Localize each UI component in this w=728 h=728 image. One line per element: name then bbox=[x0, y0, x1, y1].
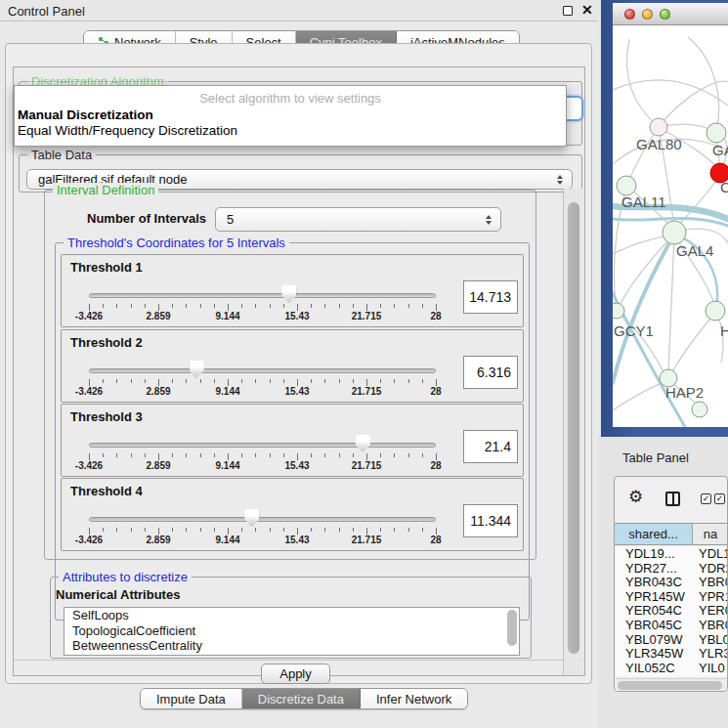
panel-scrollbar-thumb[interactable] bbox=[568, 202, 579, 654]
table-row[interactable]: YBR045CYBR0 bbox=[616, 618, 728, 632]
cyni-toolbox-panel: Discretization Algorithm Select algorith… bbox=[13, 66, 585, 676]
slider-tick-label: 21.715 bbox=[352, 311, 382, 321]
slider-tick bbox=[436, 528, 437, 535]
close-icon[interactable]: ✕ bbox=[581, 2, 593, 18]
checkbox-icon[interactable]: ✓ bbox=[701, 493, 711, 504]
list-scrollbar-thumb[interactable] bbox=[507, 610, 517, 646]
threshold-value-field[interactable]: 21.4 bbox=[463, 430, 518, 463]
slider-tick bbox=[353, 304, 354, 308]
slider-tick bbox=[283, 379, 284, 383]
slider-tick bbox=[103, 379, 104, 383]
slider-tick-label: 28 bbox=[430, 460, 441, 471]
network-node-gcy1[interactable] bbox=[613, 303, 624, 319]
table-row[interactable]: YDL19...YDL1 bbox=[616, 546, 728, 561]
network-node-label: GAL80 bbox=[636, 136, 682, 152]
table-row[interactable]: YLR345WYLR3 bbox=[616, 646, 728, 661]
slider-tick bbox=[353, 379, 354, 383]
slider-track[interactable] bbox=[89, 517, 436, 522]
threshold-panel-3: Threshold 3-3.4262.8599.14415.4321.71528… bbox=[61, 404, 524, 477]
gear-icon[interactable]: ⚙ bbox=[628, 489, 643, 505]
slider-tick bbox=[297, 379, 298, 386]
slider-tick bbox=[186, 304, 187, 308]
table-row[interactable]: YDR27...YDR2 bbox=[616, 561, 728, 576]
panel-scrollbar-track[interactable] bbox=[563, 189, 583, 675]
threshold-panel-4: Threshold 4-3.4262.8599.14415.4321.71528… bbox=[61, 478, 524, 551]
table-panel: Table Panel ⚙ ✓ ✓ shared...na YDL19...YD… bbox=[598, 437, 728, 728]
apply-button[interactable]: Apply bbox=[261, 664, 330, 684]
zoom-traffic-light-icon[interactable] bbox=[660, 9, 670, 20]
slider-tick bbox=[366, 453, 367, 460]
network-node-ga[interactable] bbox=[707, 123, 726, 143]
slider-tick bbox=[339, 304, 340, 308]
interval-definition-group-title: Interval Definition bbox=[53, 183, 158, 197]
algorithm-dropdown-popup: Select algorithm to view settings Manual… bbox=[14, 85, 567, 147]
slider-tick bbox=[131, 379, 132, 383]
slider-tick bbox=[255, 379, 256, 383]
table-column-header-2[interactable]: na bbox=[693, 524, 728, 544]
bottom-tab-infer-network[interactable]: Infer Network bbox=[361, 689, 467, 708]
network-canvas[interactable]: GAL80GACGAL11GAL4GCY1HHAP2 bbox=[613, 25, 728, 427]
network-node-label: GAL11 bbox=[621, 193, 666, 210]
slider-tick-label: 28 bbox=[430, 386, 441, 397]
bottom-tab-bar: Impute DataDiscretize DataInfer Network bbox=[140, 688, 468, 709]
threshold-value-field[interactable]: 6.316 bbox=[463, 356, 518, 389]
table-cell: YDR27... bbox=[616, 561, 690, 576]
attribute-list-item[interactable]: SelfLoops bbox=[64, 608, 519, 623]
algorithm-option-manual[interactable]: Manual Discretization bbox=[15, 107, 566, 123]
table-cell: YBR0 bbox=[690, 618, 728, 632]
threshold-panel-1: Threshold 1-3.4262.8599.14415.4321.71528… bbox=[61, 254, 524, 327]
slider-tick bbox=[145, 528, 146, 532]
number-of-intervals-value: 5 bbox=[227, 212, 234, 227]
control-panel-window: Control Panel ✕ NetworkStyleSelectCyni T… bbox=[0, 0, 598, 728]
bottom-tab-discretize-data[interactable]: Discretize Data bbox=[242, 689, 361, 708]
table-cell: YBL0 bbox=[690, 632, 728, 647]
attribute-list-item[interactable]: TopologicalCoefficient bbox=[64, 623, 519, 639]
bottom-tab-label: Discretize Data bbox=[258, 692, 344, 707]
attribute-list-item[interactable]: BetweennessCentrality bbox=[64, 638, 519, 654]
slider-tick bbox=[408, 379, 409, 383]
slider-track[interactable] bbox=[89, 443, 436, 448]
slider-tick-label: 21.715 bbox=[352, 386, 382, 397]
table-column-header-1[interactable]: shared... bbox=[615, 524, 693, 544]
table-row[interactable]: YER054CYER0 bbox=[616, 603, 728, 618]
network-node-gal80[interactable] bbox=[650, 118, 667, 136]
slider-thumb[interactable] bbox=[356, 435, 370, 452]
float-window-icon[interactable] bbox=[563, 6, 573, 16]
slider-tick bbox=[270, 453, 271, 457]
slider-tick bbox=[241, 453, 242, 457]
threshold-label: Threshold 3 bbox=[70, 409, 143, 424]
threshold-value-field[interactable]: 14.713 bbox=[463, 280, 518, 314]
slider-track[interactable] bbox=[89, 368, 436, 373]
table-row[interactable]: YIL052CYIL0 bbox=[616, 661, 728, 675]
control-panel-content: Discretization Algorithm Select algorith… bbox=[5, 43, 592, 684]
table-hscrollbar-thumb[interactable] bbox=[618, 681, 722, 690]
slider-tick bbox=[408, 453, 409, 457]
slider-thumb[interactable] bbox=[281, 285, 296, 303]
columns-icon[interactable] bbox=[665, 492, 680, 506]
slider-tick bbox=[270, 528, 271, 532]
checkbox-icon[interactable]: ✓ bbox=[714, 493, 725, 504]
algorithm-option-equal-width[interactable]: Equal Width/Frequency Discretization bbox=[15, 123, 566, 139]
bottom-tab-impute-data[interactable]: Impute Data bbox=[141, 689, 242, 708]
slider-thumb[interactable] bbox=[244, 509, 259, 527]
table-cell: YDL1 bbox=[690, 546, 728, 561]
network-node[interactable] bbox=[692, 402, 707, 417]
network-node-gal11[interactable] bbox=[617, 176, 636, 195]
slider-tick bbox=[422, 453, 423, 457]
table-hscrollbar-track[interactable] bbox=[616, 678, 728, 691]
slider-track[interactable] bbox=[89, 293, 436, 298]
slider-tick bbox=[311, 528, 312, 532]
table-row[interactable]: YPR145WYPR1 bbox=[616, 589, 728, 604]
table-row[interactable]: YBR043CYBR0 bbox=[616, 575, 728, 589]
table-row[interactable]: YBL079WYBL0 bbox=[616, 632, 728, 647]
network-node-gal4[interactable] bbox=[663, 221, 686, 244]
slider-tick bbox=[422, 304, 423, 308]
number-of-intervals-combobox[interactable]: 5 bbox=[215, 207, 501, 232]
network-node-h[interactable] bbox=[706, 301, 725, 321]
close-traffic-light-icon[interactable] bbox=[624, 9, 635, 20]
slider-tick bbox=[103, 528, 104, 532]
minimize-traffic-light-icon[interactable] bbox=[642, 9, 653, 20]
slider-thumb[interactable] bbox=[190, 361, 204, 378]
slider-tick bbox=[283, 453, 284, 457]
threshold-value-field[interactable]: 11.344 bbox=[463, 504, 518, 537]
